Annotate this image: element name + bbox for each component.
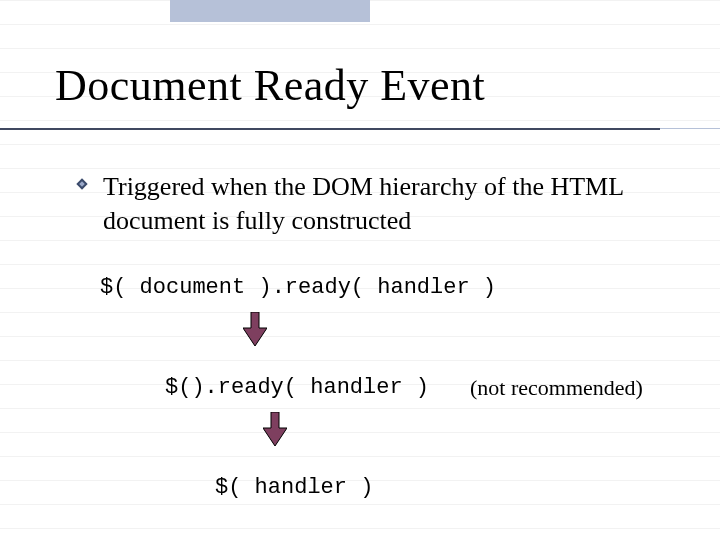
down-arrow-icon [243,312,267,346]
svg-marker-3 [263,412,287,446]
bullet-item: Triggered when the DOM hierarchy of the … [75,170,680,238]
slide-title: Document Ready Event [55,60,485,111]
code-line-1: $( document ).ready( handler ) [100,275,496,300]
decor-strip [170,0,370,22]
slide: Document Ready Event Triggered when the … [0,0,720,540]
code-line-2: $().ready( handler ) [165,375,429,400]
title-underline [0,128,660,130]
svg-marker-2 [243,312,267,346]
code-line-3: $( handler ) [215,475,373,500]
down-arrow-icon [263,412,287,446]
bullet-text: Triggered when the DOM hierarchy of the … [103,170,680,238]
diamond-bullet-icon [75,177,89,191]
note-text: (not recommended) [470,375,643,401]
title-underline-light [660,128,720,129]
